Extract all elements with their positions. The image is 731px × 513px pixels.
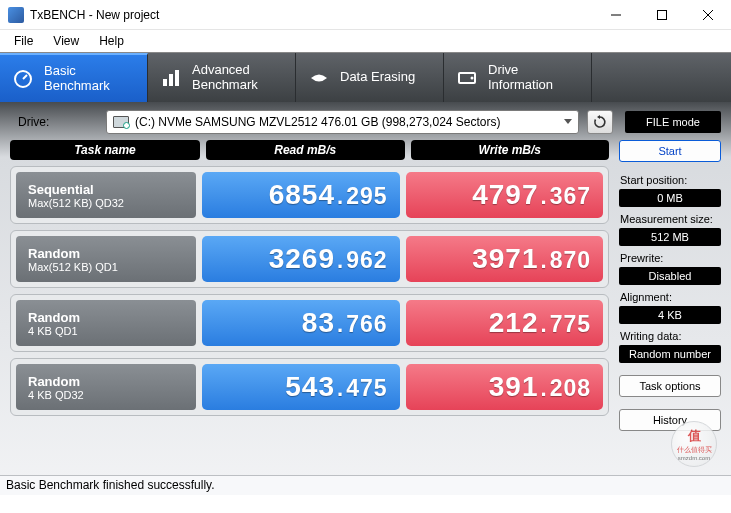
row-label: Random 4 KB QD1: [16, 300, 196, 346]
svg-line-5: [23, 75, 27, 79]
menu-bar: File View Help: [0, 30, 731, 52]
result-row: Random 4 KB QD32 543.475 391.208: [10, 358, 609, 416]
result-row: Random Max(512 KB) QD1 3269.962 3971.870: [10, 230, 609, 288]
tab-label: Data Erasing: [340, 70, 415, 85]
tab-advanced-benchmark[interactable]: Advanced Benchmark: [148, 53, 296, 102]
menu-file[interactable]: File: [4, 32, 43, 50]
drive-icon: [456, 67, 478, 89]
app-icon: [8, 7, 24, 23]
tab-bar: Basic Benchmark Advanced Benchmark Data …: [0, 52, 731, 102]
alignment-value[interactable]: 4 KB: [619, 306, 721, 324]
write-value: 212.775: [406, 300, 604, 346]
result-row: Sequential Max(512 KB) QD32 6854.295 479…: [10, 166, 609, 224]
chevron-down-icon: [564, 119, 572, 124]
write-value: 4797.367: [406, 172, 604, 218]
erase-icon: [308, 67, 330, 89]
minimize-button[interactable]: [593, 0, 639, 29]
start-button[interactable]: Start: [619, 140, 721, 162]
svg-rect-7: [169, 74, 173, 86]
header-read: Read mB/s: [206, 140, 405, 160]
refresh-icon: [593, 115, 607, 129]
drive-selected-text: (C:) NVMe SAMSUNG MZVL2512 476.01 GB (99…: [135, 115, 501, 129]
tab-data-erasing[interactable]: Data Erasing: [296, 53, 444, 102]
drive-row: Drive: (C:) NVMe SAMSUNG MZVL2512 476.01…: [10, 110, 721, 134]
disk-icon: [113, 116, 129, 128]
close-button[interactable]: [685, 0, 731, 29]
maximize-button[interactable]: [639, 0, 685, 29]
gauge-icon: [12, 68, 34, 90]
file-mode-button[interactable]: FILE mode: [625, 111, 721, 133]
writing-data-label: Writing data:: [619, 330, 721, 342]
read-value: 6854.295: [202, 172, 400, 218]
tab-label: Basic Benchmark: [44, 64, 110, 94]
content-area: Drive: (C:) NVMe SAMSUNG MZVL2512 476.01…: [0, 102, 731, 495]
window-title: TxBENCH - New project: [30, 8, 593, 22]
read-value: 543.475: [202, 364, 400, 410]
read-value: 3269.962: [202, 236, 400, 282]
refresh-button[interactable]: [587, 110, 613, 134]
svg-rect-6: [163, 79, 167, 86]
row-label: Random Max(512 KB) QD1: [16, 236, 196, 282]
window-titlebar: TxBENCH - New project: [0, 0, 731, 30]
prewrite-value[interactable]: Disabled: [619, 267, 721, 285]
header-write: Write mB/s: [411, 140, 610, 160]
row-title: Random: [28, 374, 184, 389]
header-task: Task name: [10, 140, 200, 160]
side-panel: Start Start position: 0 MB Measurement s…: [619, 140, 721, 431]
drive-select[interactable]: (C:) NVMe SAMSUNG MZVL2512 476.01 GB (99…: [106, 110, 579, 134]
row-subtitle: 4 KB QD32: [28, 389, 184, 401]
row-title: Random: [28, 246, 184, 261]
alignment-label: Alignment:: [619, 291, 721, 303]
menu-help[interactable]: Help: [89, 32, 134, 50]
svg-rect-8: [175, 70, 179, 86]
row-subtitle: Max(512 KB) QD32: [28, 197, 184, 209]
row-label: Sequential Max(512 KB) QD32: [16, 172, 196, 218]
row-label: Random 4 KB QD32: [16, 364, 196, 410]
results-column: Task name Read mB/s Write mB/s Sequentia…: [10, 140, 609, 431]
start-position-value[interactable]: 0 MB: [619, 189, 721, 207]
svg-rect-1: [658, 10, 667, 19]
result-row: Random 4 KB QD1 83.766 212.775: [10, 294, 609, 352]
status-bar: Basic Benchmark finished successfully.: [0, 475, 731, 495]
tab-label: Advanced Benchmark: [192, 63, 258, 93]
tab-basic-benchmark[interactable]: Basic Benchmark: [0, 53, 148, 102]
read-value: 83.766: [202, 300, 400, 346]
task-options-button[interactable]: Task options: [619, 375, 721, 397]
svg-point-10: [471, 76, 474, 79]
write-value: 391.208: [406, 364, 604, 410]
row-subtitle: 4 KB QD1: [28, 325, 184, 337]
tab-drive-information[interactable]: Drive Information: [444, 53, 592, 102]
start-position-label: Start position:: [619, 174, 721, 186]
row-title: Random: [28, 310, 184, 325]
measurement-size-value[interactable]: 512 MB: [619, 228, 721, 246]
measurement-size-label: Measurement size:: [619, 213, 721, 225]
bars-icon: [160, 67, 182, 89]
row-subtitle: Max(512 KB) QD1: [28, 261, 184, 273]
row-title: Sequential: [28, 182, 184, 197]
prewrite-label: Prewrite:: [619, 252, 721, 264]
drive-label: Drive:: [10, 115, 98, 129]
menu-view[interactable]: View: [43, 32, 89, 50]
tab-label: Drive Information: [488, 63, 553, 93]
watermark: 值 什么值得买 smzdm.com: [671, 421, 717, 467]
writing-data-value[interactable]: Random number: [619, 345, 721, 363]
write-value: 3971.870: [406, 236, 604, 282]
